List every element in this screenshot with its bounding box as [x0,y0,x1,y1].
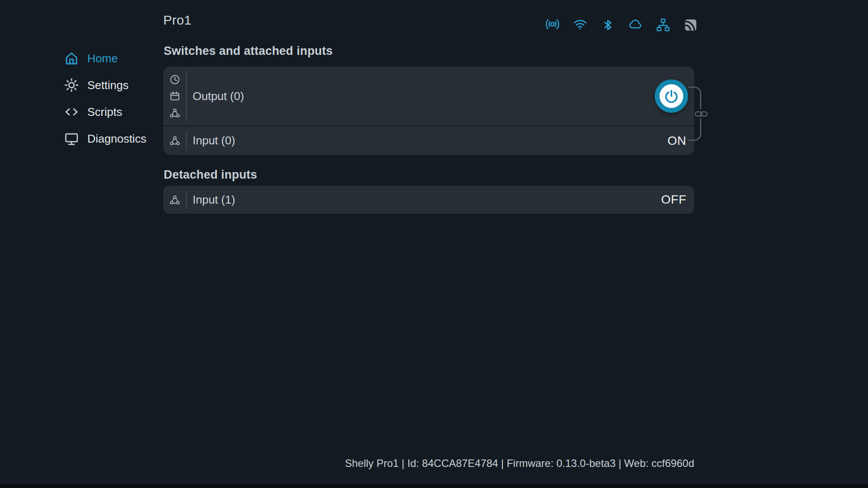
input-row-label: Input (0) [193,134,235,147]
sidebar-item-scripts[interactable]: Scripts [64,103,146,121]
chain-link-icon [695,110,708,118]
main-content: Switches and attached inputs [163,0,694,488]
code-icon [64,104,79,119]
sidebar-item-home[interactable]: Home [64,50,146,67]
sidebar-item-label: Scripts [87,105,122,119]
sidebar-item-diagnostics[interactable]: Diagnostics [64,130,146,147]
webhook-icon [169,107,181,119]
shelly-device-page: Pro1 [0,0,868,488]
output-power-toggle-button[interactable] [655,79,688,113]
webhook-icon [169,135,181,147]
input-state-badge: ON [667,134,686,148]
sidebar-item-label: Home [87,52,118,65]
output-row[interactable]: Output (0) [163,67,694,126]
input-feature-icons [163,135,186,147]
sidebar: Home Settings Scripts [64,50,146,157]
input-feature-icons [163,194,186,206]
attached-input-row[interactable]: Input (0) ON [163,126,694,155]
bottom-edge-strip [0,484,868,488]
divider [186,190,187,209]
monitor-icon [64,131,79,146]
sidebar-item-settings[interactable]: Settings [64,76,146,94]
output-feature-icons [163,74,186,119]
section-heading-attached: Switches and attached inputs [164,44,333,58]
detached-input-state-badge: OFF [661,193,687,207]
home-icon [64,51,79,66]
sidebar-item-label: Diagnostics [87,132,146,146]
calendar-icon [169,90,181,102]
divider [186,71,187,121]
output-row-label: Output (0) [193,90,244,103]
device-info-footer: Shelly Pro1 | Id: 84CCA87E4784 | Firmwar… [163,457,694,470]
sidebar-item-label: Settings [87,79,129,92]
attached-card: Output (0) [163,67,694,155]
gear-icon [64,78,79,93]
section-heading-detached: Detached inputs [164,168,257,182]
detached-input-row-label: Input (1) [193,193,235,207]
detached-card: Input (1) OFF [163,186,694,214]
divider [186,131,187,150]
schedule-clock-icon [169,74,181,86]
webhook-icon [169,194,181,206]
detached-input-row[interactable]: Input (1) OFF [163,186,694,214]
